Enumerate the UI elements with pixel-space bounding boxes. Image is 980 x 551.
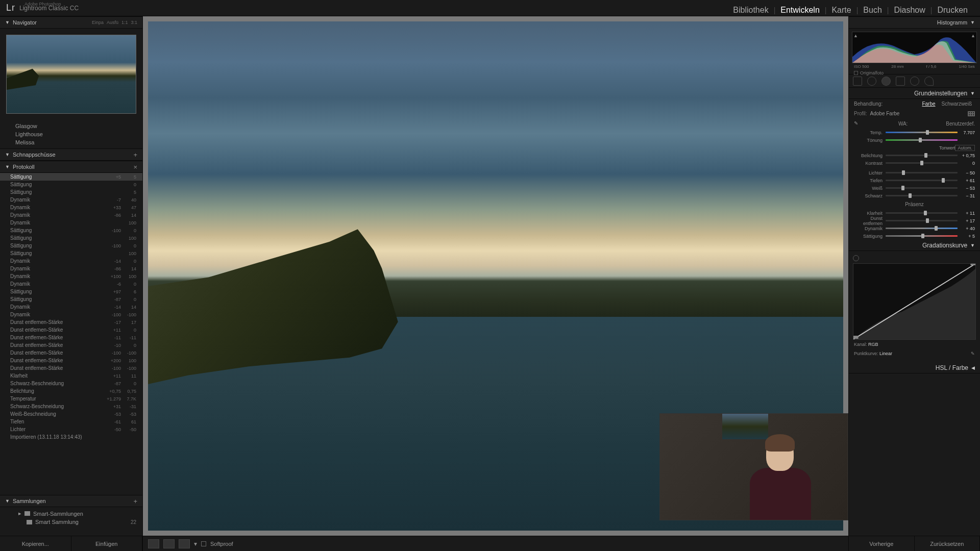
softproof-checkbox[interactable] (201, 541, 206, 546)
history-step[interactable]: Belichtung+0,750,75 (0, 387, 142, 395)
highlights-slider[interactable]: Lichter− 50 (849, 169, 980, 177)
collection-item[interactable]: ▸ Smart-Sammlungen (0, 509, 142, 518)
history-step[interactable]: Dynamik+100100 (0, 272, 142, 280)
blacks-slider[interactable]: Schwarz− 31 (849, 192, 980, 199)
history-step[interactable]: Importieren (13.11.18 13:14:43) (0, 433, 142, 441)
history-step[interactable]: Dunst entfernen-Stärke-1717 (0, 318, 142, 326)
spot-removal-tool[interactable] (867, 77, 876, 86)
history-step[interactable]: Dunst entfernen-Stärke+110 (0, 326, 142, 334)
before-after-button[interactable] (163, 539, 175, 548)
shadow-clip-icon[interactable]: ▲ (853, 33, 858, 38)
navigator-preview[interactable] (0, 29, 142, 120)
pointcurve-select[interactable]: Linear (879, 351, 892, 356)
tint-slider[interactable]: Tönung (849, 136, 980, 144)
history-step[interactable]: Dunst entfernen-Stärke-11-11 (0, 334, 142, 341)
tonecurve-chart[interactable] (853, 263, 976, 340)
module-slideshow[interactable]: Diashow (889, 0, 930, 20)
snapshots-header[interactable]: ▼ Schnappschüsse + (0, 148, 142, 161)
target-adjustment-icon[interactable] (853, 255, 859, 261)
history-step[interactable]: Dunst entfernen-Stärke-100 (0, 341, 142, 349)
history-step[interactable]: Dynamik-8614 (0, 265, 142, 272)
module-book[interactable]: Buch (858, 0, 887, 20)
dropdown-icon[interactable]: ▾ (194, 540, 197, 547)
history-step[interactable]: Dunst entfernen-Stärke-100-100 (0, 364, 142, 372)
history-step[interactable]: Sättigung-870 (0, 295, 142, 303)
exposure-slider[interactable]: Belichtung+ 0,75 (849, 152, 980, 159)
history-step[interactable]: Lichter-50-50 (0, 425, 142, 433)
module-print[interactable]: Drucken (932, 0, 973, 20)
history-step[interactable]: Temperatur+1.2797.7K (0, 395, 142, 403)
history-step[interactable]: Dynamik+3347 (0, 204, 142, 211)
navigator-zoom-options[interactable]: EinpaAusfü1:13:1 (92, 20, 137, 25)
treatment-bw[interactable]: Schwarzweiß (939, 101, 975, 107)
history-step[interactable]: Sättigung-1000 (0, 242, 142, 249)
history-step[interactable]: Dunst entfernen-Stärke-100-100 (0, 349, 142, 357)
redeye-tool[interactable] (881, 77, 891, 86)
previous-button[interactable]: Vorherige (849, 536, 915, 551)
histogram-chart[interactable]: ▲ ▲ (852, 32, 977, 63)
treatment-color[interactable]: Farbe (919, 101, 938, 107)
history-step[interactable]: Weiß-Beschneidung-53-53 (0, 410, 142, 418)
auto-button[interactable]: Autom. (955, 145, 975, 151)
crop-tool[interactable] (853, 77, 862, 86)
wb-select[interactable]: Benutzerdef. (946, 121, 975, 127)
brush-tool[interactable] (924, 77, 934, 86)
vibrance-slider[interactable]: Dynamik+ 40 (849, 224, 980, 232)
contrast-slider[interactable]: Kontrast0 (849, 159, 980, 167)
history-step[interactable]: Klarheit+1111 (0, 372, 142, 380)
history-step[interactable]: Sättigung5 (0, 188, 142, 196)
tonecurve-section-header[interactable]: Gradationskurve▼ (849, 240, 980, 251)
history-step[interactable]: Dunst entfernen-Stärke+200100 (0, 357, 142, 364)
navigator-header[interactable]: ▼ Navigator EinpaAusfü1:13:1 (0, 16, 142, 29)
history-header[interactable]: ▼ Protokoll × (0, 161, 142, 173)
shadows-slider[interactable]: Tiefen+ 61 (849, 177, 980, 184)
plus-icon[interactable]: + (133, 497, 137, 505)
image-canvas[interactable] (143, 16, 848, 536)
compare-button[interactable] (179, 539, 190, 548)
history-step[interactable]: Dynamik-740 (0, 196, 142, 204)
highlight-clip-icon[interactable]: ▲ (971, 33, 975, 38)
history-step[interactable]: Dynamik-60 (0, 280, 142, 288)
history-step[interactable]: Dynamik-100-100 (0, 311, 142, 318)
history-step[interactable]: Dynamik-8614 (0, 211, 142, 219)
preset-item[interactable]: Lighthouse (0, 130, 142, 138)
reset-button[interactable]: Zurücksetzen (915, 536, 981, 551)
history-step[interactable]: Tiefen-6161 (0, 418, 142, 425)
graduated-filter-tool[interactable] (896, 77, 905, 86)
history-step[interactable]: Dynamik100 (0, 219, 142, 227)
hsl-section-header[interactable]: HSL / Farbe◀ (849, 362, 980, 373)
eyedropper-icon[interactable]: ✎ (854, 120, 860, 127)
preset-item[interactable]: Glasgow (0, 122, 142, 130)
curve-edit-icon[interactable]: ✎ (971, 351, 975, 356)
history-step[interactable]: Dynamik-1414 (0, 303, 142, 311)
paste-button[interactable]: Einfügen (71, 536, 143, 551)
whites-slider[interactable]: Weiß− 53 (849, 184, 980, 192)
clear-icon[interactable]: × (133, 163, 137, 171)
history-step[interactable]: Sättigung-1000 (0, 227, 142, 234)
curve-channel[interactable]: RGB (868, 342, 878, 347)
softproof-label: Softproof (210, 541, 233, 547)
saturation-slider[interactable]: Sättigung+ 5 (849, 232, 980, 240)
profile-select[interactable]: Adobe Farbe (870, 111, 965, 116)
history-step[interactable]: Sättigung0 (0, 181, 142, 188)
plus-icon[interactable]: + (133, 151, 137, 159)
history-step[interactable]: Sättigung100 (0, 249, 142, 257)
history-step[interactable]: Schwarz-Beschneidung-870 (0, 380, 142, 387)
loupe-view-button[interactable] (148, 539, 159, 548)
collections-header[interactable]: ▼ Sammlungen + (0, 495, 142, 507)
history-step[interactable]: Sättigung+55 (0, 173, 142, 181)
temp-slider[interactable]: Temp.7.707 (849, 129, 980, 136)
dehaze-slider[interactable]: Dunst entfernen+ 17 (849, 217, 980, 224)
original-photo-toggle[interactable]: Originalfoto (852, 70, 977, 76)
collection-item[interactable]: Smart Sammlung22 (0, 518, 142, 526)
snapshots-title: Schnappschüsse (13, 152, 56, 158)
copy-button[interactable]: Kopieren... (0, 536, 71, 551)
history-step[interactable]: Dynamik-140 (0, 257, 142, 265)
radial-filter-tool[interactable] (910, 77, 919, 86)
basic-section-header[interactable]: Grundeinstellungen▼ (849, 88, 980, 99)
history-step[interactable]: Schwarz-Beschneidung+31-31 (0, 403, 142, 410)
preset-item[interactable]: Melissa (0, 138, 142, 146)
history-step[interactable]: Sättigung+976 (0, 288, 142, 295)
profile-browser-icon[interactable] (968, 111, 975, 116)
history-step[interactable]: Sättigung100 (0, 234, 142, 242)
